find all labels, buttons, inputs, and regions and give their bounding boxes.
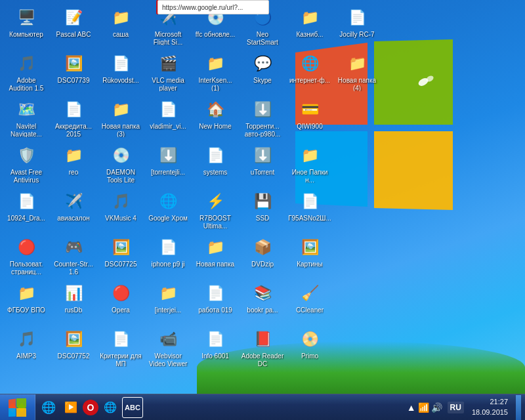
- desktop-icon-newpapka4[interactable]: 📁Новая папка (4): [334, 49, 380, 94]
- icon-image-dsc7725: 🖼️: [109, 236, 133, 259]
- desktop-icon-audition[interactable]: 🎵Adobe Audition 1.5: [3, 49, 49, 94]
- icon-label-dvdzip: DVDzip: [251, 261, 274, 268]
- desktop-icon-dsc7725[interactable]: 🖼️DSC07725: [98, 233, 144, 278]
- icon-image-torrent1: ⬇️: [156, 144, 180, 167]
- desktop-icon-info6001[interactable]: 📄Info 6001: [192, 325, 238, 369]
- icon-image-dsc7752: 🖼️: [62, 327, 85, 351]
- icon-label-dsc7739: DSC07739: [58, 77, 90, 85]
- desktop-icon-rusdb[interactable]: 📊rusDb: [51, 279, 96, 324]
- icon-label-rocketRC7: Jocilly RC-7: [339, 31, 374, 39]
- start-button[interactable]: [0, 394, 35, 421]
- icon-image-torrent2: ⬇️: [251, 98, 274, 121]
- tray-volume[interactable]: 🔊: [431, 402, 442, 413]
- desktop-icon-interjei[interactable]: 📁[interjei...: [145, 279, 191, 324]
- desktop-icon-systems[interactable]: 📄systems: [192, 141, 238, 186]
- desktop-icon-torrent2[interactable]: ⬇️Торренти... авто-р980...: [240, 95, 285, 140]
- desktop-icon-aimp3[interactable]: 🎵AIMP3: [3, 325, 49, 369]
- icon-label-msfs: Microsoft Flight Si...: [146, 31, 190, 45]
- desktop-icon-ssd[interactable]: 💾SSD: [240, 187, 285, 232]
- desktop-icon-kartiny[interactable]: 🖼️Картины: [287, 233, 333, 278]
- desktop-icon-counter[interactable]: 🎮Counter-Str... 1.6: [51, 233, 96, 278]
- show-desktop[interactable]: [516, 395, 521, 420]
- desktop-icon-interksen[interactable]: 📁InterKsen... (1): [192, 49, 238, 94]
- desktop-icon-kaznib[interactable]: 📁Казниб...: [287, 3, 333, 48]
- desktop-icon-avast[interactable]: 🛡️Avast Free Antivirus: [3, 141, 49, 186]
- desktop-icon-r7boost[interactable]: ⚡R7BOOST Ultima...: [192, 187, 238, 232]
- icon-label-vlc: VLC media player: [146, 77, 190, 91]
- taskbar-opera-taskbar[interactable]: O: [83, 400, 98, 415]
- desktop-icon-dvdzip[interactable]: 📦DVDzip: [240, 233, 285, 278]
- system-clock[interactable]: 21:27 18.09.2015: [467, 397, 513, 417]
- icon-label-aimp3: AIMP3: [16, 352, 36, 360]
- desktop-icon-aviasalon[interactable]: ✈️авиасалон: [51, 187, 96, 232]
- desktop-icon-adobedc[interactable]: 📕Adobe Reader DC: [240, 325, 285, 369]
- icon-label-kartiny: Картины: [297, 261, 323, 268]
- taskbar-abc-icon[interactable]: ABC: [122, 397, 143, 418]
- desktop-icon-r95as[interactable]: 📄Г95АSNo2Ш...: [287, 187, 333, 232]
- desktop-icon-primo[interactable]: 📀Primo: [287, 325, 333, 369]
- desktop-icon-webvisor[interactable]: 📹Webvisor Video Viewer: [145, 325, 191, 369]
- desktop-icon-ccleaner[interactable]: 🧹CCleaner: [287, 279, 333, 324]
- desktop-icon-fgbou[interactable]: 📁ФГБОУ ВПО: [3, 279, 49, 324]
- desktop-icon-chrome[interactable]: 🌐Google Хром: [145, 187, 191, 232]
- taskbar-right: ▲ 📶 🔊 RU 21:27 18.09.2015: [400, 394, 525, 420]
- icon-label-iphone: iphone р9 ji: [151, 261, 184, 268]
- desktop-icon-torrent1[interactable]: ⬇️[torrentejli...: [145, 141, 191, 186]
- desktop-icon-reo[interactable]: 📁reo: [51, 141, 96, 186]
- desktop-icon-pascal[interactable]: 📝Pascal ABC: [51, 3, 96, 48]
- desktop-icon-newhome[interactable]: 🏠New Home: [192, 95, 238, 140]
- icon-label-reo: reo: [69, 169, 78, 177]
- taskbar: 🌐 ▶️ O 🌐 ABC ▲ 📶 🔊 RU 21:27 18.09.2015: [0, 394, 525, 420]
- icon-image-dsc7739: 🖼️: [62, 52, 85, 75]
- icon-label-pascal: Pascal ABC: [56, 31, 91, 39]
- desktop-icon-opera2[interactable]: 🔴Opera: [98, 279, 144, 324]
- desktop-icon-qiwi900[interactable]: 💳QIWI900: [287, 95, 333, 140]
- desktop: O https://www.google.ru/url?... 🖥️Компью…: [0, 0, 525, 394]
- desktop-icon-file1[interactable]: 📄10924_Dra...: [3, 187, 49, 232]
- icon-image-systems: 📄: [203, 144, 227, 167]
- desktop-icon-computer[interactable]: 🖥️Компьютер: [3, 3, 49, 48]
- desktop-icon-daemon[interactable]: 💿DAEMON Tools Lite: [98, 141, 144, 186]
- address-bar[interactable]: https://www.google.ru/url?...: [158, 0, 269, 14]
- icon-label-sasha: саша: [113, 31, 129, 39]
- desktop-icon-novpapka[interactable]: 📁Новая папка (3): [98, 95, 144, 140]
- icon-image-rocketRC7: 📄: [345, 6, 369, 30]
- desktop-icon-rabota[interactable]: 📄работа 019: [192, 279, 238, 324]
- desktop-icon-newpapka2[interactable]: 📁Новая папка: [192, 233, 238, 278]
- desktop-icon-kriterii[interactable]: 📄Критерии для МП: [98, 325, 144, 369]
- icon-image-aviasalon: ✈️: [62, 190, 85, 213]
- desktop-icon-dsc7739[interactable]: 🖼️DSC07739: [51, 49, 96, 94]
- desktop-icon-newpapka3[interactable]: 📁Иное Папки н...: [287, 141, 333, 186]
- desktop-icon-skype[interactable]: 💬Skype: [240, 49, 285, 94]
- desktop-icon-vladimir[interactable]: 📄vladimir_vi...: [145, 95, 191, 140]
- clock-date: 18.09.2015: [472, 408, 508, 417]
- icon-label-torrent1: [torrentejli...: [151, 169, 185, 177]
- desktop-icon-bookr[interactable]: 📚bookr pa...: [240, 279, 285, 324]
- icon-image-vlc: 🎬: [156, 52, 180, 75]
- desktop-icon-iphone[interactable]: 📄iphone р9 ji: [145, 233, 191, 278]
- desktop-icon-rukovod[interactable]: 📄Rükovodst...: [98, 49, 144, 94]
- icon-image-newpapka4: 📁: [345, 52, 369, 75]
- desktop-icon-opera1[interactable]: 🔴Пользоват. страниц...: [3, 233, 49, 278]
- desktop-icon-vlc[interactable]: 🎬VLC media player: [145, 49, 191, 94]
- desktop-icon-utorrent[interactable]: ⬇️uTorrent: [240, 141, 285, 186]
- icon-label-qiwi900: QIWI900: [297, 123, 322, 131]
- desktop-icon-accred[interactable]: 📄Аккредита... 2015: [51, 95, 96, 140]
- desktop-icon-dsc7752[interactable]: 🖼️DSC07752: [51, 325, 96, 369]
- icon-label-interjei: [interjei...: [155, 306, 182, 314]
- taskbar-ie-icon[interactable]: 🌐: [38, 397, 59, 418]
- tray-network[interactable]: 📶: [418, 402, 429, 413]
- desktop-icon-internet[interactable]: 🌐интернет-ф...: [287, 49, 333, 94]
- icon-label-chrome: Google Хром: [148, 215, 188, 222]
- desktop-icon-rocketRC7[interactable]: 📄Jocilly RC-7: [334, 3, 380, 48]
- icon-label-dsc7752: DSC07752: [58, 352, 90, 360]
- desktop-icon-vkmusic[interactable]: 🎵VKMusic 4: [98, 187, 144, 232]
- taskbar-chrome-icon[interactable]: 🌐: [100, 397, 121, 418]
- desktop-icon-navitel[interactable]: 🗺️Navitel Navigate...: [3, 95, 49, 140]
- taskbar-media-icon[interactable]: ▶️: [60, 397, 81, 418]
- icon-image-interjei: 📁: [156, 282, 180, 305]
- desktop-icon-sasha[interactable]: 📁саша: [98, 3, 144, 48]
- tray-arrow[interactable]: ▲: [407, 402, 416, 413]
- language-indicator[interactable]: RU: [448, 402, 464, 413]
- icon-label-counter: Counter-Str... 1.6: [52, 261, 95, 275]
